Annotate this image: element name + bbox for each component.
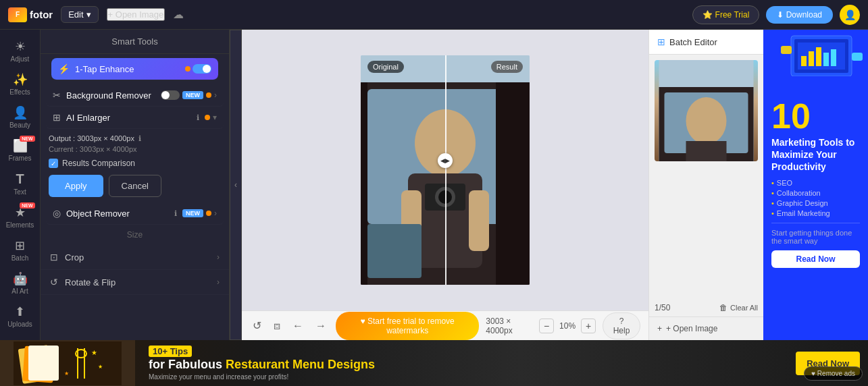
object-remover-label: Object Remover <box>66 209 169 219</box>
photo-canvas[interactable]: Original Result ◀▶ <box>361 55 530 285</box>
smart-tools-header: Smart Tools <box>41 30 229 54</box>
banner-tip-badge: 10+ Tips <box>149 346 192 357</box>
next-button[interactable]: → <box>313 317 329 335</box>
dimensions-label: 3003 × 4000px <box>486 316 532 335</box>
bottom-banner: ★ ★ ★ 10+ Tips for Fabulous Restaurant M… <box>0 340 868 386</box>
watermark-button[interactable]: ♥ Start free trial to remove watermarks <box>336 312 479 340</box>
help-button[interactable]: ? Help <box>603 312 640 339</box>
batch-editor-icon: ⊞ <box>657 36 665 47</box>
one-tap-enhance-tool[interactable]: ⚡ 1-Tap Enhance <box>51 58 218 80</box>
sidebar-item-frames[interactable]: NEW ⬜ Frames <box>3 134 38 166</box>
thumbnail-area <box>649 55 763 299</box>
cancel-button[interactable]: Cancel <box>109 175 161 197</box>
collapse-handle[interactable]: ‹ <box>230 30 242 340</box>
crop-icon: ⊡ <box>50 252 58 263</box>
read-now-button[interactable]: Read Now <box>771 250 860 268</box>
crop-tool[interactable]: ⊡ Crop › <box>41 245 229 270</box>
zoom-controls: − 10% + <box>539 319 596 333</box>
svg-text:★: ★ <box>64 370 69 377</box>
enhance-dots <box>185 64 211 74</box>
zoom-in-button[interactable]: + <box>581 319 596 333</box>
toggle-on[interactable] <box>193 64 211 74</box>
ad-laptop-svg <box>777 32 865 86</box>
enhance-label: 1-Tap Enhance <box>75 64 180 74</box>
banner-image-svg: ★ ★ ★ <box>14 341 122 385</box>
canvas-main: Original Result ◀▶ <box>242 30 648 310</box>
object-remover-icon: ◎ <box>53 208 61 219</box>
results-comparison-row: ✓ Results Comparison <box>49 159 221 168</box>
banner-tip-text: 10+ Tips <box>149 346 782 356</box>
svg-rect-32 <box>28 346 59 381</box>
zoom-out-button[interactable]: − <box>539 319 554 333</box>
trash-icon: 🗑 <box>719 303 727 312</box>
batch-editor-button[interactable]: ⊞ Batch Editor <box>649 30 763 55</box>
ad-feature-design: Graphic Design <box>771 199 860 207</box>
results-comparison-checkbox[interactable]: ✓ <box>49 159 58 168</box>
remove-ads-button[interactable]: ♥ Remove ads <box>804 366 863 381</box>
prev-button[interactable]: ← <box>290 317 306 335</box>
sidebar-item-uploads[interactable]: ⬆ Uploads <box>3 300 38 332</box>
main-content: ☀ Adjust ✨ Effects 👤 Beauty NEW ⬜ Frames… <box>0 30 868 340</box>
svg-rect-21 <box>801 56 807 66</box>
ad-title: Marketing Tools to Maximize Your Product… <box>771 136 860 173</box>
smart-tools-panel: Smart Tools ⚡ 1-Tap Enhance ✂ Background… <box>41 30 230 340</box>
sidebar-item-adjust[interactable]: ☀ Adjust <box>3 35 38 67</box>
uploads-icon: ⬆ <box>15 304 25 319</box>
size-divider: Size <box>41 225 229 245</box>
download-button[interactable]: ⬇ Download <box>766 6 833 24</box>
sidebar-item-more[interactable]: ••• More <box>3 333 38 340</box>
bg-remover-dot <box>206 92 211 98</box>
frames-label: Frames <box>9 155 32 162</box>
ad-feature-email: Email Marketing <box>771 209 860 217</box>
effects-icon: ✨ <box>13 72 28 87</box>
ai-enlarger-tool[interactable]: ⊞ AI Enlarger ℹ ▾ <box>46 107 224 129</box>
open-image-button[interactable]: + Open Image <box>107 8 165 21</box>
ad-cta-text: Start getting things done the smart way <box>771 229 860 245</box>
elements-new-badge: NEW <box>20 202 34 209</box>
avatar[interactable]: 👤 <box>840 5 860 25</box>
ai-enlarger-info-icon: ℹ <box>197 113 199 122</box>
banner-middle: 10+ Tips for Fabulous Restaurant Menu De… <box>135 346 796 381</box>
object-remover-tool[interactable]: ◎ Object Remover ℹ NEW › <box>46 202 224 225</box>
ai-enlarger-label: AI Enlarger <box>66 113 191 123</box>
svg-rect-12 <box>367 224 422 278</box>
svg-text:★: ★ <box>98 364 103 370</box>
batch-editor-label: Batch Editor <box>669 37 717 47</box>
output-info: Output : 3003px × 4000px ℹ <box>49 134 221 143</box>
sidebar-item-elements[interactable]: NEW ★ Elements <box>3 201 38 233</box>
ad-panel: 10 Marketing Tools to Maximize Your Prod… <box>763 30 868 340</box>
sidebar-item-beauty[interactable]: 👤 Beauty <box>3 101 38 133</box>
bg-remover-tool[interactable]: ✂ Background Remover NEW › <box>46 84 224 107</box>
free-trial-button[interactable]: ⭐ Free Trial <box>692 5 759 24</box>
ad-feature-collab: Collaboration <box>771 189 860 197</box>
split-handle[interactable]: ◀▶ <box>438 153 453 168</box>
edit-button[interactable]: Edit ▾ <box>61 6 98 23</box>
beauty-label: Beauty <box>9 121 30 129</box>
undo-button[interactable]: ↺ <box>250 316 264 335</box>
object-remover-chevron: › <box>214 209 217 218</box>
dot-orange <box>185 66 190 72</box>
apply-button[interactable]: Apply <box>49 175 103 197</box>
clear-all-button[interactable]: 🗑 Clear All <box>719 303 758 312</box>
compare-button[interactable]: ⧈ <box>271 317 283 335</box>
object-remover-dot <box>206 211 211 216</box>
rotate-flip-tool[interactable]: ↺ Rotate & Flip › <box>41 270 229 295</box>
svg-rect-9 <box>469 190 489 251</box>
adjust-icon: ☀ <box>15 39 26 54</box>
bg-remover-toggle[interactable] <box>161 90 180 100</box>
svg-rect-22 <box>809 51 814 66</box>
sidebar-item-text[interactable]: T Text <box>3 167 38 200</box>
open-image-panel-button[interactable]: + + Open Image <box>649 316 763 340</box>
sidebar-item-effects[interactable]: ✨ Effects <box>3 68 38 100</box>
elements-label: Elements <box>6 221 34 229</box>
canvas-toolbar: ↺ ⧈ ← → ♥ Start free trial to remove wat… <box>242 310 648 340</box>
page-counter-row: 1/50 🗑 Clear All <box>649 299 763 316</box>
thumbnail-image <box>655 60 758 161</box>
bg-remover-new-tag: NEW <box>182 91 203 99</box>
beauty-icon: 👤 <box>13 105 28 120</box>
batch-label: Batch <box>11 254 29 262</box>
crop-chevron: › <box>217 252 220 262</box>
sidebar-item-ai-art[interactable]: 🤖 AI Art <box>3 267 38 299</box>
ai-enlarger-dot <box>205 115 210 120</box>
sidebar-item-batch[interactable]: ⊞ Batch <box>3 234 38 266</box>
